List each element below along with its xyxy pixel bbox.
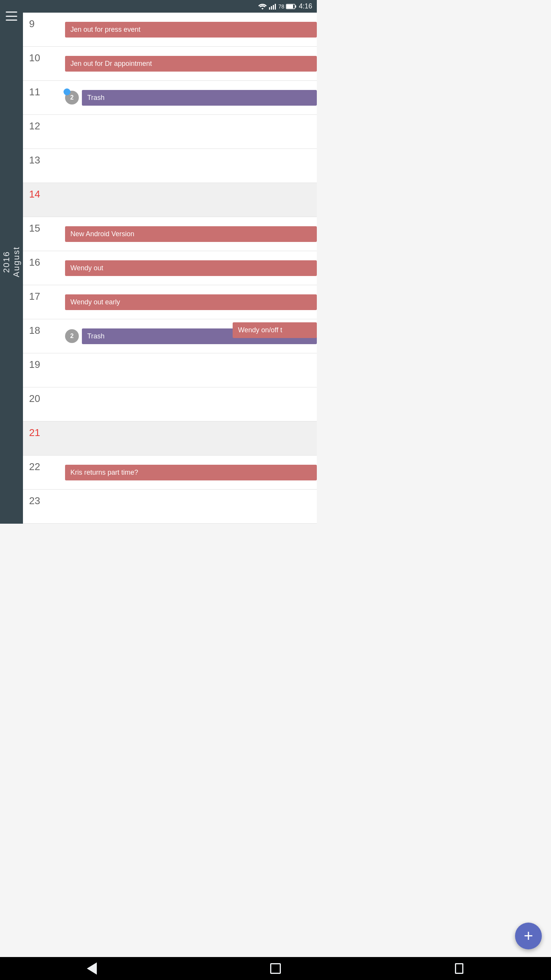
sidebar-month: August (11, 247, 21, 278)
day-number: 10 (23, 47, 65, 80)
event-bar[interactable]: Kris returns part time? (65, 465, 317, 480)
day-number: 15 (23, 217, 65, 251)
svg-rect-3 (275, 4, 276, 10)
event-bar[interactable]: Wendy out (65, 260, 317, 276)
day-number: 18 (23, 319, 65, 353)
status-bar: 78 4:16 (23, 0, 317, 13)
event-bar[interactable]: Jen out for press event (65, 22, 317, 38)
day-events (65, 421, 317, 455)
main-content: 78 4:16 9Jen out for press event10Jen ou… (23, 0, 317, 524)
day-row[interactable]: 112Trash (23, 81, 317, 115)
event-bar[interactable]: New Android Version (65, 226, 317, 242)
day-row[interactable]: 17Wendy out early (23, 285, 317, 319)
signal-icon (269, 3, 276, 10)
day-events: New Android Version (65, 217, 317, 251)
day-number: 21 (23, 421, 65, 455)
day-row[interactable]: 13 (23, 149, 317, 183)
sidebar: 2016 August (0, 0, 23, 524)
day-number: 9 (23, 13, 65, 46)
day-number: 12 (23, 115, 65, 149)
day-events (65, 490, 317, 523)
status-time: 4:16 (299, 2, 312, 10)
sidebar-year: 2016 (2, 251, 11, 273)
day-row[interactable]: 23 (23, 490, 317, 524)
day-number: 22 (23, 456, 65, 489)
calendar-area: 9Jen out for press event10Jen out for Dr… (23, 13, 317, 524)
day-row[interactable]: 15New Android Version (23, 217, 317, 251)
day-row[interactable]: 9Jen out for press event (23, 13, 317, 47)
battery-percent: 78 (278, 3, 284, 10)
day-number: 19 (23, 353, 65, 387)
svg-rect-1 (271, 6, 272, 10)
day-events: Kris returns part time? (65, 456, 317, 489)
svg-rect-6 (287, 5, 293, 8)
day-number: 20 (23, 387, 65, 421)
day-number: 23 (23, 490, 65, 523)
day-number: 14 (23, 183, 65, 217)
day-row[interactable]: 20 (23, 387, 317, 421)
day-number: 11 (23, 81, 65, 114)
day-row[interactable]: 16Wendy out (23, 251, 317, 285)
day-events: 2TrashWendy on/off t (65, 319, 317, 353)
day-events: Jen out for press event (65, 13, 317, 46)
day-number: 16 (23, 251, 65, 285)
battery-icon: 78 (278, 3, 297, 10)
status-icons: 78 4:16 (258, 2, 312, 10)
svg-rect-5 (295, 5, 296, 8)
day-events (65, 353, 317, 387)
trash-bar: Trash (82, 90, 317, 106)
trash-badge: 2 (65, 329, 79, 343)
day-events (65, 149, 317, 183)
event-bar[interactable]: Jen out for Dr appointment (65, 56, 317, 72)
trash-event[interactable]: 2Trash (65, 90, 317, 106)
wifi-icon (258, 3, 267, 10)
day-number: 17 (23, 285, 65, 319)
day-row[interactable]: 14 (23, 183, 317, 217)
day-row[interactable]: 21 (23, 421, 317, 456)
svg-rect-2 (273, 5, 274, 10)
event-bar[interactable]: Wendy out early (65, 294, 317, 310)
day-row[interactable]: 12 (23, 115, 317, 149)
day-row[interactable]: 182TrashWendy on/off t (23, 319, 317, 353)
day-events: Wendy out early (65, 285, 317, 319)
day-number: 13 (23, 149, 65, 183)
day-row[interactable]: 22Kris returns part time? (23, 456, 317, 490)
dot-indicator (64, 88, 70, 95)
day-events (65, 115, 317, 149)
day-events: Jen out for Dr appointment (65, 47, 317, 80)
svg-rect-0 (269, 7, 270, 10)
wendy-on-off-event[interactable]: Wendy on/off t (233, 322, 317, 338)
sidebar-year-month: 2016 August (2, 247, 21, 278)
menu-icon[interactable] (6, 11, 17, 21)
day-events (65, 183, 317, 217)
app-container: 2016 August (0, 0, 317, 524)
day-events: 2Trash (65, 81, 317, 114)
day-events (65, 387, 317, 421)
day-events: Wendy out (65, 251, 317, 285)
day-row[interactable]: 19 (23, 353, 317, 387)
day-row[interactable]: 10Jen out for Dr appointment (23, 47, 317, 81)
